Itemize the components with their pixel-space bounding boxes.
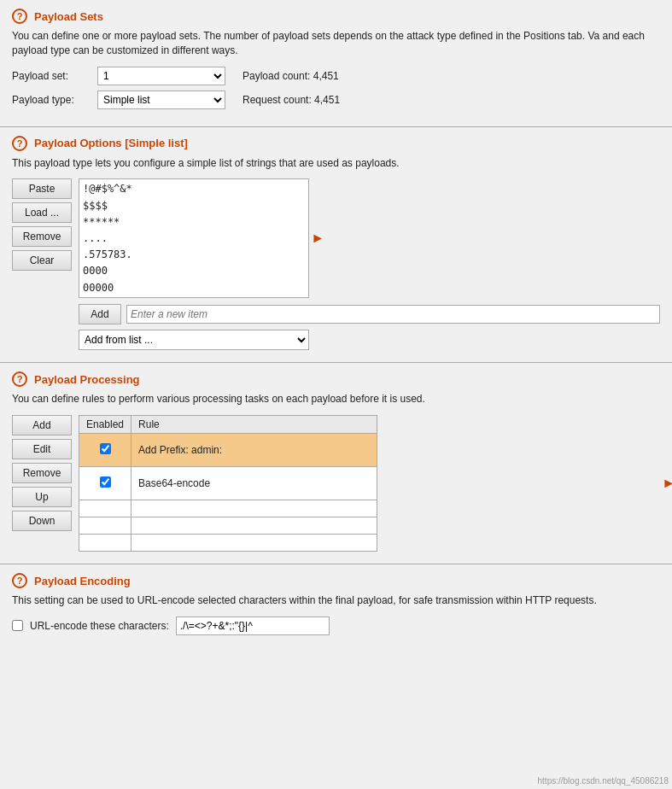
payload-options-section: ? Payload Options [Simple list] This pay…: [0, 127, 672, 364]
payload-options-buttons: Paste Load ... Remove Clear: [12, 178, 72, 271]
empty-cell: [131, 535, 377, 552]
payload-encoding-title: Payload Encoding: [34, 575, 131, 587]
list-scroll-arrow: ►: [311, 231, 324, 246]
rule-cell: Add Prefix: admin:: [131, 434, 377, 467]
request-count-info: Request count: 4,451: [243, 94, 340, 106]
url-encode-label: URL-encode these characters:: [30, 620, 169, 632]
rule-checkbox[interactable]: [100, 443, 111, 454]
table-row[interactable]: Add Prefix: admin:: [79, 434, 377, 467]
payload-encoding-header: ? Payload Encoding: [12, 573, 660, 588]
processing-area: Add Edit Remove Up Down Enabled Rule: [12, 415, 660, 552]
paste-button[interactable]: Paste: [12, 178, 72, 199]
processing-edit-button[interactable]: Edit: [12, 439, 72, 459]
enabled-header: Enabled: [79, 416, 131, 434]
processing-up-button[interactable]: Up: [12, 487, 72, 507]
processing-table: Enabled Rule Add Prefix: admin:: [79, 415, 377, 552]
encoding-chars-input[interactable]: [176, 617, 330, 635]
remove-button[interactable]: Remove: [12, 226, 72, 247]
list-item: $$$$: [83, 198, 305, 214]
rule-checkbox[interactable]: [100, 476, 111, 488]
payload-set-row: Payload set: 1 2 3 Payload count: 4,451: [12, 67, 660, 85]
empty-cell: [79, 535, 131, 552]
payload-list-wrapper: !@#$%^&* $$$$ ****** .... .575783. 0000 …: [79, 178, 309, 298]
processing-down-button[interactable]: Down: [12, 511, 72, 531]
payload-processing-section: ? Payload Processing You can define rule…: [0, 363, 672, 564]
rule-header: Rule: [131, 416, 377, 434]
empty-cell: [79, 517, 131, 535]
add-input-row: Add: [79, 304, 660, 324]
encoding-row: URL-encode these characters:: [12, 617, 660, 635]
processing-table-header: Enabled Rule: [79, 416, 377, 434]
payload-type-row: Payload type: Simple list Runtime file C…: [12, 91, 660, 109]
processing-add-button[interactable]: Add: [12, 415, 72, 435]
add-item-input[interactable]: [126, 305, 660, 324]
payload-options-help-icon[interactable]: ?: [12, 136, 27, 151]
payload-processing-title: Payload Processing: [34, 373, 140, 386]
payload-options-description: This payload type lets you configure a s…: [12, 156, 660, 171]
processing-buttons: Add Edit Remove Up Down: [12, 415, 72, 531]
empty-cell: [79, 500, 131, 517]
payload-sets-section: ? Payload Sets You can define one or mor…: [0, 0, 672, 127]
payload-sets-header: ? Payload Sets: [12, 9, 660, 24]
table-row: [79, 500, 377, 517]
processing-remove-button[interactable]: Remove: [12, 463, 72, 483]
payload-list-container[interactable]: !@#$%^&* $$$$ ****** .... .575783. 0000 …: [79, 178, 309, 298]
load-button[interactable]: Load ...: [12, 202, 72, 223]
payload-sets-description: You can define one or more payload sets.…: [12, 29, 660, 58]
empty-cell: [131, 500, 377, 517]
empty-cell: [131, 517, 377, 535]
payload-options-header: ? Payload Options [Simple list]: [12, 136, 660, 151]
list-item: 00000: [83, 280, 305, 296]
list-item: ******: [83, 214, 305, 231]
payload-processing-help-icon[interactable]: ?: [12, 371, 27, 387]
processing-table-body: Add Prefix: admin: Base64-encode: [79, 434, 377, 552]
payload-set-label: Payload set:: [12, 70, 97, 82]
payload-count-info: Payload count: 4,451: [243, 70, 339, 82]
add-button[interactable]: Add: [79, 304, 121, 324]
payload-sets-help-icon[interactable]: ?: [12, 9, 27, 24]
payload-type-label: Payload type:: [12, 94, 97, 106]
payload-set-select[interactable]: 1 2 3: [97, 67, 225, 85]
table-row: [79, 535, 377, 552]
payload-options-area: Paste Load ... Remove Clear !@#$%^&* $$$…: [12, 178, 660, 350]
payload-encoding-section: ? Payload Encoding This setting can be u…: [0, 564, 672, 647]
rule-cell: Base64-encode: [131, 467, 377, 500]
payload-list-area: !@#$%^&* $$$$ ****** .... .575783. 0000 …: [79, 178, 660, 350]
table-row[interactable]: Base64-encode: [79, 467, 377, 500]
payload-processing-description: You can define rules to perform various …: [12, 392, 660, 406]
payload-list: !@#$%^&* $$$$ ****** .... .575783. 0000 …: [79, 179, 308, 297]
processing-table-wrap: Enabled Rule Add Prefix: admin:: [79, 415, 660, 552]
add-from-list-select[interactable]: Add from list ... Big list of naughty st…: [79, 330, 309, 350]
clear-button[interactable]: Clear: [12, 250, 72, 271]
list-item: ....: [83, 231, 305, 247]
processing-scroll-arrow: ►: [662, 476, 672, 491]
payload-processing-header: ? Payload Processing: [12, 371, 660, 387]
payload-sets-title: Payload Sets: [34, 10, 103, 23]
payload-type-select[interactable]: Simple list Runtime file Custom iterator: [97, 91, 225, 109]
enabled-cell: [79, 434, 131, 467]
list-item: .575783.: [83, 247, 305, 263]
table-row: [79, 517, 377, 535]
url-encode-checkbox[interactable]: [12, 620, 23, 631]
list-item: 0000: [83, 263, 305, 279]
add-from-list-row: Add from list ... Big list of naughty st…: [79, 330, 660, 350]
payload-options-title: Payload Options [Simple list]: [34, 137, 188, 149]
payload-encoding-help-icon[interactable]: ?: [12, 573, 27, 588]
payload-encoding-description: This setting can be used to URL-encode s…: [12, 593, 660, 608]
list-item: !@#$%^&*: [83, 181, 305, 197]
enabled-cell: [79, 467, 131, 500]
